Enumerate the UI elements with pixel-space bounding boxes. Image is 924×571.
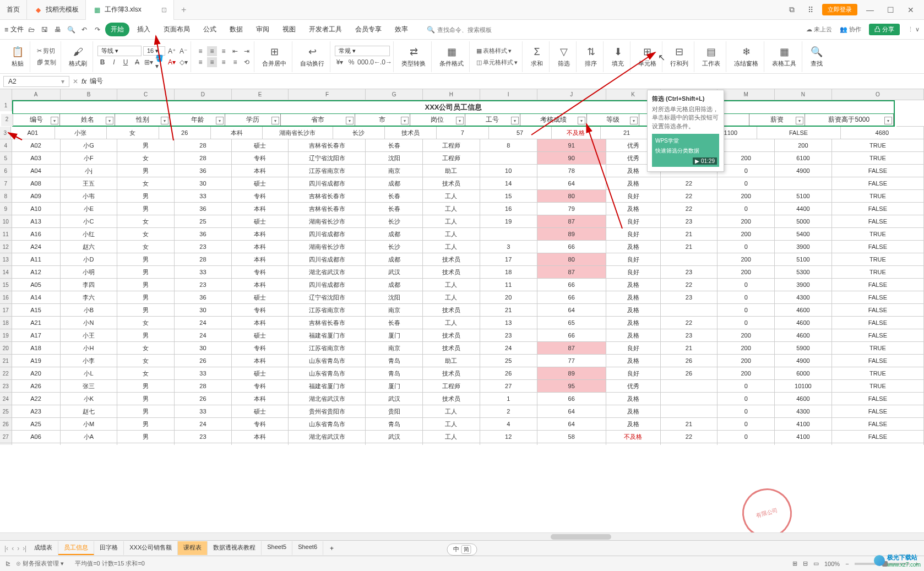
cell[interactable]: 1 [480,393,537,405]
cell[interactable]: 18 [480,266,537,279]
filter-arrow-icon[interactable]: ▾ [51,117,58,124]
cell[interactable]: 0 [718,393,775,405]
cell[interactable]: 辽宁省沈阳市 [289,291,366,304]
row-head[interactable]: 22 [0,367,12,380]
table-row[interactable]: 7A08王五女30硕士四川省成都市成都技术员1464及格220FALSE [0,177,924,190]
table-row[interactable]: 22A20小L女33硕士山东省青岛市青岛技术员2689良好262006000TR… [0,367,924,380]
cell[interactable]: 21 [661,228,718,241]
cell[interactable]: 3900 [775,241,832,253]
cell[interactable]: FALSE [757,127,841,139]
menu-data[interactable]: 数据 [224,23,248,36]
zoom-out-icon[interactable]: − [845,561,849,567]
table-row[interactable]: 4A02小G男28硕士吉林省长春市长春工程师891优秀200TRUE [0,139,924,152]
cell[interactable]: FALSE [832,241,924,253]
cell[interactable]: 良好 [606,266,661,279]
sum-button[interactable]: Σ求和 [527,45,547,68]
cell[interactable]: 沈阳 [366,152,423,165]
filter-arrow-icon[interactable]: ▾ [630,117,638,124]
cell[interactable]: 26 [159,127,211,139]
menu-member[interactable]: 会员专享 [350,23,387,36]
cell[interactable]: A26 [12,380,61,393]
cell[interactable]: 助工 [423,165,480,177]
header-7[interactable]: 岗位▾ [410,114,465,126]
cell[interactable]: 23 [661,291,718,304]
cell[interactable]: 小王 [61,329,118,342]
cell[interactable]: 长沙 [366,241,423,253]
filter-arrow-icon[interactable]: ▾ [401,117,409,124]
cell[interactable]: 工人 [423,317,480,329]
cell[interactable]: FALSE [832,279,924,291]
cell[interactable]: 助工 [423,355,480,367]
cell[interactable]: 78 [537,165,606,177]
sheet-next-icon[interactable]: › [17,545,19,552]
cell[interactable]: 良好 [606,367,661,380]
cell[interactable]: 小M [61,418,118,431]
menu-review[interactable]: 审阅 [251,23,275,36]
cell[interactable]: 36 [175,203,232,215]
cell[interactable]: 23 [175,279,232,291]
typeconv-button[interactable]: ⇄类型转换 [398,45,429,68]
cell[interactable]: 男 [117,253,175,266]
cell[interactable]: 5100 [775,253,832,266]
save-icon[interactable]: 🖫 [39,24,50,35]
cell[interactable]: 李四 [61,279,118,291]
cell[interactable]: 本科 [232,279,289,291]
cell[interactable]: 专科 [232,152,289,165]
cell[interactable]: 长春 [366,190,423,203]
filter-arrow-icon[interactable]: ▾ [456,117,464,124]
cell[interactable]: 58 [537,431,606,443]
cell[interactable]: 硕士 [232,405,289,418]
cell[interactable]: 25 [175,215,232,228]
cell[interactable]: 33 [175,266,232,279]
cell[interactable]: 长春 [366,203,423,215]
cell[interactable]: FALSE [832,329,924,342]
row-head[interactable]: 8 [0,190,12,203]
sheet-first-icon[interactable]: |‹ [4,545,8,552]
cell[interactable]: 16 [480,203,537,215]
cell[interactable]: 青岛 [366,418,423,431]
cell[interactable]: A02 [12,139,61,152]
cell[interactable]: 本科 [232,317,289,329]
header-0[interactable]: 编号▾ [13,114,60,126]
table-row[interactable]: 25A23赵七男33硕士贵州省贵阳市贵阳工人264及格04300FALSE [0,405,924,418]
open-icon[interactable]: 🗁 [26,24,37,35]
col-head-O[interactable]: O [832,89,924,100]
cell[interactable]: 及格 [606,279,661,291]
cell[interactable]: 87 [537,266,606,279]
cell[interactable]: 本科 [232,393,289,405]
filter-button[interactable]: ▽筛选 [554,45,574,68]
cell[interactable]: 65 [537,317,606,329]
bold-icon[interactable]: B [97,57,107,67]
cell[interactable]: 8 [480,139,537,152]
cell[interactable]: 不及格 [606,431,661,443]
cell[interactable]: 小H [61,342,118,355]
cell[interactable]: 男 [117,291,175,304]
cell[interactable]: 本科 [211,127,263,139]
cell[interactable]: 小B [61,304,118,317]
comma-icon[interactable]: 000 [358,57,368,67]
cell[interactable]: 21 [661,241,718,253]
table-row[interactable]: 17A15小B男30专科江苏省南京市南京技术员2164及格04600FALSE [0,304,924,317]
cell[interactable]: 28 [175,380,232,393]
col-head-N[interactable]: N [775,89,832,100]
cell[interactable]: 专科 [232,304,289,317]
cell[interactable]: 及格 [606,241,661,253]
cell[interactable]: 男 [117,329,175,342]
undo-icon[interactable]: ↶ [79,24,90,35]
row-head[interactable]: 24 [0,393,12,405]
layout-icon[interactable]: ⧉ [785,3,799,17]
cell[interactable]: 22 [661,177,718,190]
cell[interactable]: 4400 [775,203,832,215]
cell[interactable]: A12 [12,266,61,279]
cell[interactable]: 工人 [423,418,480,431]
cell[interactable]: 14 [480,177,537,190]
add-sheet-button[interactable]: + [325,545,338,552]
cell[interactable]: 66 [537,393,606,405]
cell[interactable]: 男 [117,405,175,418]
align-left-icon[interactable]: ≡ [195,57,205,67]
fx-icon[interactable]: fx [81,78,86,85]
cell[interactable]: 及格 [606,304,661,317]
col-head-J[interactable]: J [537,89,606,100]
sheet-tab[interactable]: XXX公司销售额 [124,541,178,555]
cell[interactable]: 30 [175,304,232,317]
